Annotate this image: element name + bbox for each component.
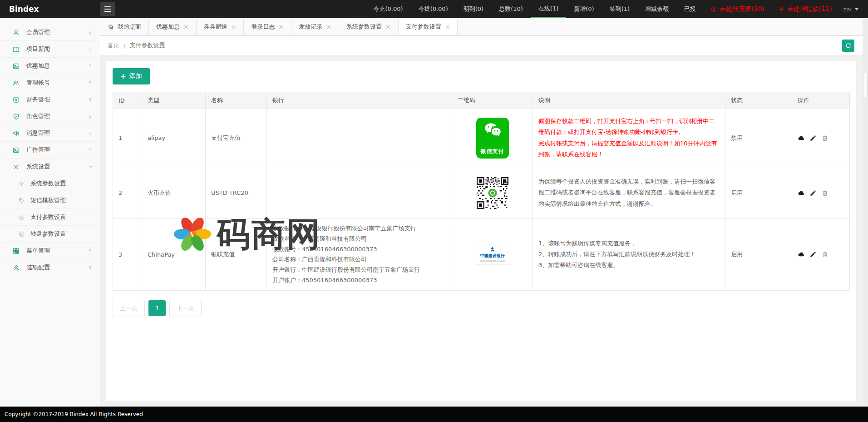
page-1-button[interactable]: 1 <box>148 300 166 316</box>
gear-icon <box>12 163 20 171</box>
tab-payment-params[interactable]: 支付参数设置 × <box>399 18 458 35</box>
stat-due-tomorrow[interactable]: 明到(0) <box>456 0 491 18</box>
breadcrumb: 首页 / 支付参数设置 <box>100 36 868 55</box>
home-icon <box>108 24 114 30</box>
image-icon <box>12 62 20 70</box>
shield-check-icon <box>12 113 20 120</box>
close-icon[interactable]: × <box>183 24 189 30</box>
chevron-left-icon <box>88 80 93 85</box>
sidebar-item-project-news[interactable]: 项目新闻 <box>0 41 100 58</box>
sidebar-item-finance[interactable]: 财务管理 <box>0 91 100 108</box>
col-header-name: 名称 <box>206 92 267 109</box>
user-icon <box>12 29 20 36</box>
sidebar-item-ads[interactable]: 广告管理 <box>0 142 100 159</box>
sidebar-item-system-params[interactable]: 系统参数设置 <box>0 175 100 192</box>
cell-description: 为保障每个投资人的投资资金准确无误，实时到账，请扫一扫微信客服二维码或者咨询平台… <box>533 167 725 219</box>
cell-bank <box>267 167 452 219</box>
chevron-left-icon <box>88 265 93 270</box>
breadcrumb-separator: / <box>123 42 125 49</box>
users-icon <box>12 79 20 87</box>
tab-login-log[interactable]: 登录日志 × <box>244 18 291 35</box>
chevron-down-icon <box>88 164 93 169</box>
cell-actions <box>792 109 850 167</box>
sidebar-item-payment-params[interactable]: 支付参数设置 <box>0 209 100 226</box>
edit-icon[interactable] <box>809 251 817 258</box>
chevron-left-icon <box>88 147 93 153</box>
cell-type: alipay <box>142 109 206 167</box>
stat-online[interactable]: 在线(1) <box>531 0 566 18</box>
sidebar-item-menu-management[interactable]: 菜单管理 <box>0 243 100 259</box>
cell-name: 银联充值 <box>206 219 267 291</box>
pending-recharge-label: 未处理充值(30) <box>720 5 764 13</box>
app-logo: Bindex <box>0 0 100 18</box>
col-header-qrcode: 二维码 <box>452 92 533 109</box>
sidebar-item-sms-templates[interactable]: 短信模板管理 <box>0 192 100 209</box>
user-menu[interactable]: zai <box>839 0 868 18</box>
add-button[interactable]: + 添加 <box>113 68 150 84</box>
edit-icon[interactable] <box>809 134 817 142</box>
delete-icon[interactable] <box>821 134 829 142</box>
book-icon <box>12 45 20 53</box>
prev-page-button[interactable]: 上一页 <box>113 300 145 317</box>
breadcrumb-current: 支付参数设置 <box>129 41 165 50</box>
cell-type: 火币充值 <box>142 167 206 219</box>
chevron-left-icon <box>88 248 93 253</box>
tab-system-params[interactable]: 系统参数设置 × <box>339 18 399 35</box>
ccb-bank-logo: 中国建设银行 China Construction Bank <box>475 244 510 265</box>
pagination: 上一页 1 下一页 <box>113 300 850 317</box>
sidebar-item-members[interactable]: 会员管理 <box>0 24 100 41</box>
sidebar-item-system-settings[interactable]: 系统设置 <box>0 159 100 175</box>
cloud-upload-icon[interactable] <box>798 251 805 258</box>
sidebar-item-wheel-params[interactable]: 转盘参数设置 <box>0 226 100 243</box>
stat-today-withdraw[interactable]: 今提(0.00) <box>411 0 456 18</box>
edit-icon[interactable] <box>809 189 817 197</box>
col-header-bank: 银行 <box>267 92 452 109</box>
stat-signin[interactable]: 签到(1) <box>602 0 637 18</box>
tab-bar: 我的桌面 优惠加息 × 券券赠送 × 登录日志 × 发放记录 × 系统参数设置 … <box>100 18 868 36</box>
table-row: 1 alipay 支付宝充值 微信支付 <box>113 109 850 167</box>
stat-new[interactable]: 新增(0) <box>566 0 602 18</box>
stat-adjust-balance[interactable]: 增减余额 <box>637 0 676 18</box>
stat-today-recharge[interactable]: 今充(0.00) <box>366 0 411 18</box>
sidebar-toggle-button[interactable] <box>100 2 115 16</box>
stat-total[interactable]: 总数(10) <box>491 0 531 18</box>
sidebar-item-option-config[interactable]: 选项配置 <box>0 259 100 276</box>
vertical-scrollbar[interactable] <box>863 18 868 407</box>
wechat-bubbles-icon <box>483 122 502 138</box>
pending-withdraw-alert[interactable]: 未处理提款(11) <box>771 0 839 18</box>
tag-icon <box>18 197 25 204</box>
close-icon[interactable]: × <box>326 24 331 30</box>
tab-discount-interest[interactable]: 优惠加息 × <box>149 18 197 35</box>
gem-icon <box>778 6 785 13</box>
cell-status: 禁用 <box>725 109 792 167</box>
content-area: 我的桌面 优惠加息 × 券券赠送 × 登录日志 × 发放记录 × 系统参数设置 … <box>100 18 868 407</box>
sidebar: 会员管理 项目新闻 优惠加息 管理帐号 财务管理 角色管理 <box>0 18 100 407</box>
stat-invested[interactable]: 已投 <box>676 0 704 18</box>
sidebar-item-discount-interest[interactable]: 优惠加息 <box>0 58 100 74</box>
pending-recharge-alert[interactable]: 未处理充值(30) <box>704 0 771 18</box>
cloud-upload-icon[interactable] <box>798 189 805 197</box>
tab-grant-record[interactable]: 发放记录 × <box>291 18 339 35</box>
cloud-upload-icon[interactable] <box>798 134 805 142</box>
yen-circle-icon <box>710 6 717 13</box>
caret-down-icon <box>854 8 859 10</box>
tab-my-desktop[interactable]: 我的桌面 <box>100 18 149 35</box>
cell-actions <box>792 167 850 219</box>
close-icon[interactable]: × <box>231 24 237 30</box>
tab-coupon-gift[interactable]: 券券赠送 × <box>197 18 244 35</box>
main-panel: + 添加 ID 类型 名称 银行 二维码 <box>100 55 868 407</box>
sidebar-item-admin-accounts[interactable]: 管理帐号 <box>0 74 100 91</box>
chevron-left-icon <box>88 46 93 52</box>
scrollbar-thumb[interactable] <box>863 72 868 98</box>
close-icon[interactable]: × <box>445 24 450 30</box>
next-page-button[interactable]: 下一页 <box>169 300 202 317</box>
sidebar-item-roles[interactable]: 角色管理 <box>0 108 100 125</box>
breadcrumb-home-link[interactable]: 首页 <box>108 41 119 50</box>
delete-icon[interactable] <box>821 251 829 258</box>
refresh-button[interactable] <box>842 40 854 52</box>
chevron-left-icon <box>88 97 93 102</box>
close-icon[interactable]: × <box>385 24 391 30</box>
delete-icon[interactable] <box>821 189 829 197</box>
close-icon[interactable]: × <box>278 24 284 30</box>
sidebar-item-messages[interactable]: 消息管理 <box>0 125 100 142</box>
